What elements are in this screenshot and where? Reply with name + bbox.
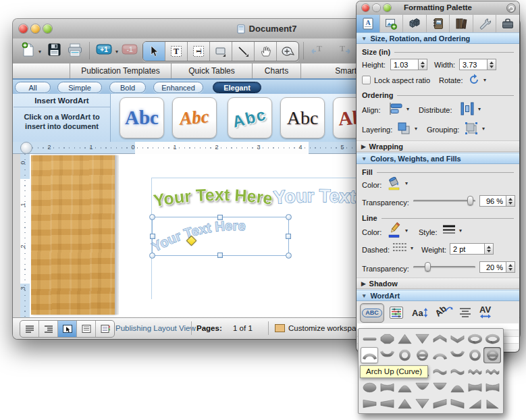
wordart-sample-black[interactable]: Abc xyxy=(280,97,325,138)
print-layout-view-button[interactable] xyxy=(77,321,96,337)
publishing-layout-view-button[interactable] xyxy=(58,321,77,337)
link-next-text-box-button[interactable]: T xyxy=(336,42,352,57)
filter-bold[interactable]: Bold xyxy=(109,82,146,93)
weight-stepper[interactable] xyxy=(485,243,494,255)
wordart-shape-wave-1[interactable] xyxy=(431,363,448,379)
wordart-shape-triangle-up[interactable] xyxy=(396,331,413,347)
wordart-sample-blue[interactable]: Abc xyxy=(120,97,164,138)
link-previous-text-box-button[interactable]: T xyxy=(310,42,326,57)
section-shadow[interactable]: ▶ Shadow xyxy=(357,278,519,289)
line-tool[interactable] xyxy=(232,42,255,61)
palette-titlebar[interactable]: Formatting Palette xyxy=(357,1,519,16)
vertical-ruler[interactable]: 0123 xyxy=(20,154,30,317)
fill-transparency-stepper[interactable] xyxy=(506,195,515,207)
section-wrapping[interactable]: ▶ Wrapping xyxy=(357,140,519,152)
wordart-shape-arch-down-pour[interactable] xyxy=(448,347,466,363)
grouping-caret[interactable]: ▾ xyxy=(482,126,485,132)
wordart-shape-inflate[interactable] xyxy=(361,379,378,396)
resize-handle-ne[interactable] xyxy=(286,214,292,220)
section-wordart[interactable]: ▼ WordArt xyxy=(357,290,519,301)
outline-view-button[interactable] xyxy=(39,321,58,337)
palette-toolbar-toggle[interactable] xyxy=(506,3,516,13)
wordart-shape-slant-up[interactable] xyxy=(431,396,448,412)
wordart-shape-arch-up-pour[interactable] xyxy=(431,347,448,363)
rotate-caret[interactable]: ▾ xyxy=(483,78,486,83)
resize-handle-se[interactable] xyxy=(286,253,292,259)
distribute-icon[interactable] xyxy=(459,101,475,116)
wordart-shape-inflate-bottom[interactable] xyxy=(396,379,413,396)
tab-compatibility-report[interactable] xyxy=(473,15,497,32)
wordart-shape-stop[interactable] xyxy=(378,331,396,347)
wordart-shape-fade-right[interactable] xyxy=(361,396,378,412)
tab-quick-tables[interactable]: Quick Tables xyxy=(171,63,252,78)
lock-aspect-ratio-checkbox[interactable] xyxy=(362,76,371,84)
wordart-green[interactable]: Your Text Here xyxy=(152,180,287,215)
layering-icon[interactable] xyxy=(396,121,412,136)
draft-view-button[interactable] xyxy=(20,321,39,337)
section-colors-weights-fills[interactable]: ▼ Colors, Weights, and Fills xyxy=(357,153,519,164)
wordart-shape-fade-down[interactable] xyxy=(413,396,431,412)
view-mode-label[interactable]: Publishing Layout View xyxy=(115,324,196,332)
fill-color-caret[interactable]: ▾ xyxy=(405,181,408,186)
wordart-shape-button-curve[interactable] xyxy=(413,347,431,363)
filter-enhanced[interactable]: Enhanced xyxy=(153,82,203,93)
tab-formatting-text[interactable]: A xyxy=(357,15,380,32)
vertical-text-box-tool[interactable]: T xyxy=(188,42,210,61)
slider-thumb[interactable] xyxy=(467,196,473,205)
customize-workspace-label[interactable]: Customize workspace xyxy=(288,324,364,332)
wordart-shape-circle-pour[interactable] xyxy=(466,347,483,363)
selection-rectangle[interactable] xyxy=(152,217,289,256)
slider-thumb[interactable] xyxy=(425,262,431,271)
add-page-caret[interactable]: ▾ xyxy=(115,49,118,55)
resize-handle-nw[interactable] xyxy=(149,214,155,220)
height-field[interactable] xyxy=(390,59,419,70)
resize-handle-w[interactable] xyxy=(150,234,155,239)
wordart-shape-deflate-inflate[interactable] xyxy=(466,379,483,396)
distribute-caret[interactable]: ▾ xyxy=(478,107,481,112)
wordart-shape-fade-up[interactable] xyxy=(396,396,413,412)
line-transparency-stepper[interactable] xyxy=(506,261,515,273)
wordart-shape-double-wave-2[interactable] xyxy=(483,363,501,379)
fill-color-icon[interactable] xyxy=(386,176,402,192)
line-style-icon[interactable] xyxy=(442,224,456,235)
layering-caret[interactable]: ▾ xyxy=(415,126,417,132)
wordart-shape-arch-up-curve[interactable] xyxy=(361,347,378,363)
wordart-shape-triangle-down[interactable] xyxy=(413,331,431,347)
new-document-button[interactable] xyxy=(21,42,36,58)
resize-handle-e[interactable] xyxy=(286,234,291,239)
wordart-shape-circle-curve[interactable] xyxy=(396,347,413,363)
tab-add-objects[interactable] xyxy=(380,15,404,32)
line-color-caret[interactable]: ▾ xyxy=(405,228,408,234)
fill-transparency-slider[interactable] xyxy=(413,196,475,205)
dashed-style-icon[interactable] xyxy=(392,242,408,253)
tab-publication-templates[interactable]: Publication Templates xyxy=(70,63,171,78)
select-tool[interactable] xyxy=(143,42,165,61)
wordart-shape-double-wave-1[interactable] xyxy=(466,363,483,379)
text-alignment-icon[interactable] xyxy=(459,307,471,317)
wordart-shape-plain-text[interactable] xyxy=(361,331,378,347)
align-icon[interactable] xyxy=(388,101,404,116)
wordart-shape-deflate-bottom[interactable] xyxy=(413,379,431,396)
wordart-shape-arch-down-curve[interactable] xyxy=(378,347,396,363)
wordart-shape-wave-2[interactable] xyxy=(448,363,466,379)
save-button[interactable] xyxy=(47,42,61,58)
line-style-caret[interactable]: ▾ xyxy=(459,228,462,234)
wordart-shape-fade-left[interactable] xyxy=(378,396,396,412)
grouping-icon[interactable] xyxy=(463,121,479,136)
tab-scrapbook[interactable] xyxy=(427,15,450,32)
wordart-sample-orange[interactable]: Abc xyxy=(172,97,217,138)
same-letter-heights-icon[interactable]: Aa xyxy=(412,308,428,317)
wordart-shape-deflate-top[interactable] xyxy=(448,379,466,396)
notebook-layout-view-button[interactable] xyxy=(96,321,114,337)
wordart-shape-ring-inside[interactable] xyxy=(466,331,483,347)
filter-elegant[interactable]: Elegant xyxy=(213,82,261,93)
wordart-shape-inflate-top[interactable] xyxy=(431,379,448,396)
hand-tool[interactable] xyxy=(255,42,277,61)
filter-simple[interactable]: Simple xyxy=(57,82,102,93)
tab-project-palette[interactable] xyxy=(496,15,519,32)
line-color-icon[interactable] xyxy=(386,221,402,239)
wordart-shape-deflate[interactable] xyxy=(378,379,396,396)
dashed-caret[interactable]: ▾ xyxy=(411,246,413,251)
wordart-sample-teal[interactable]: Abc xyxy=(228,97,272,138)
tab-reference-tools[interactable] xyxy=(450,15,473,32)
